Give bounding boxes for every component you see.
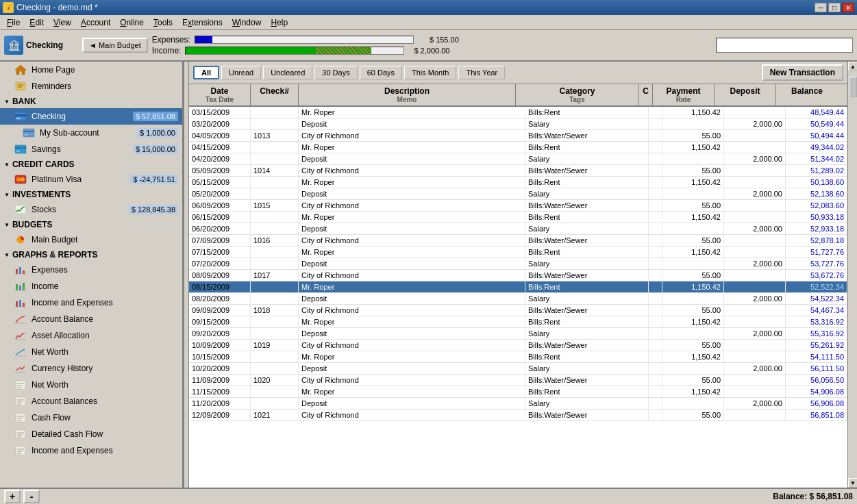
table-row[interactable]: 03/15/2009 Mr. Roper Bills:Rent 1,150.42…	[189, 107, 847, 118]
table-row[interactable]: 11/20/2009 Deposit Salary 2,000.00 56,90…	[189, 398, 847, 410]
table-row[interactable]: 03/20/2009 Deposit Salary 2,000.00 50,54…	[189, 118, 847, 130]
table-row[interactable]: 05/09/2009 1014 City of Richmond Bills:W…	[189, 165, 847, 177]
tab-thisyear[interactable]: This Year	[458, 66, 505, 79]
table-row[interactable]: 09/20/2009 Deposit Salary 2,000.00 55,31…	[189, 328, 847, 340]
menu-account[interactable]: Account	[77, 16, 114, 29]
sidebar-item-mainbudget[interactable]: Main Budget	[0, 231, 182, 248]
scroll-up-arrow[interactable]: ▲	[848, 62, 857, 71]
table-row[interactable]: 12/09/2009 1021 City of Richmond Bills:W…	[189, 410, 847, 421]
sidebar-item-subaccount[interactable]: My Sub-account $ 1,000.00	[0, 125, 182, 141]
sidebar-item-visa[interactable]: Platinum Visa $ -24,751.51	[0, 171, 182, 188]
table-row[interactable]: 07/15/2009 Mr. Roper Bills:Rent 1,150.42…	[189, 247, 847, 258]
tab-thismonth[interactable]: This Month	[404, 66, 456, 79]
table-row[interactable]: 04/09/2009 1013 City of Richmond Bills:W…	[189, 130, 847, 142]
svg-rect-20	[23, 270, 25, 274]
sidebar-item-account-balance[interactable]: Account Balance	[0, 311, 182, 327]
cell-balance: 51,344.02	[786, 153, 847, 164]
sidebar-item-detailed-cashflow[interactable]: Detailed Cash Flow	[0, 426, 182, 442]
new-transaction-button[interactable]: New Transaction	[762, 64, 843, 81]
scroll-thumb[interactable]	[849, 77, 857, 97]
table-row[interactable]: 10/20/2009 Deposit Salary 2,000.00 56,11…	[189, 363, 847, 375]
remove-button[interactable]: -	[23, 490, 40, 503]
search-input[interactable]	[716, 38, 853, 53]
sidebar-item-net-worth-report[interactable]: Net Worth	[0, 377, 182, 393]
svg-rect-27	[19, 300, 21, 307]
menu-edit[interactable]: Edit	[25, 16, 48, 29]
table-row[interactable]: 09/15/2009 Mr. Roper Bills:Rent 1,150.42…	[189, 316, 847, 328]
sidebar-item-net-worth-chart[interactable]: Net Worth	[0, 344, 182, 360]
sidebar-item-income-expenses[interactable]: Income and Expenses	[0, 294, 182, 311]
menu-file[interactable]: File	[3, 16, 24, 29]
table-row[interactable]: 11/09/2009 1020 City of Richmond Bills:W…	[189, 375, 847, 386]
table-row[interactable]: 06/09/2009 1015 City of Richmond Bills:W…	[189, 200, 847, 212]
sidebar-item-expenses[interactable]: Expenses	[0, 262, 182, 278]
cell-deposit	[724, 177, 786, 188]
add-button[interactable]: +	[4, 490, 21, 503]
cell-desc: Mr. Roper	[299, 177, 525, 188]
sidebar-item-savings[interactable]: Savings $ 15,000.00	[0, 141, 182, 158]
table-row[interactable]: 07/20/2009 Deposit Salary 2,000.00 53,72…	[189, 258, 847, 270]
budgets-section-header[interactable]: ▼ BUDGETS	[0, 218, 182, 231]
maximize-button[interactable]: □	[828, 3, 841, 12]
investments-section-header[interactable]: ▼ INVESTMENTS	[0, 188, 182, 201]
table-row[interactable]: 08/09/2009 1017 City of Richmond Bills:W…	[189, 270, 847, 281]
table-row[interactable]: 04/20/2009 Deposit Salary 2,000.00 51,34…	[189, 153, 847, 165]
svg-rect-5	[15, 114, 26, 116]
sidebar-item-stocks[interactable]: Stocks $ 128,845.38	[0, 201, 182, 218]
tab-60days[interactable]: 60 Days	[360, 66, 402, 79]
close-button[interactable]: ✕	[842, 3, 854, 12]
table-row[interactable]: 11/15/2009 Mr. Roper Bills:Rent 1,150.42…	[189, 386, 847, 398]
asset-allocation-label: Asset Allocation	[32, 331, 178, 340]
cell-date: 11/20/2009	[189, 398, 251, 409]
table-row[interactable]: 05/15/2009 Mr. Roper Bills:Rent 1,150.42…	[189, 177, 847, 188]
cell-c	[649, 212, 662, 223]
sidebar-item-income[interactable]: Income	[0, 278, 182, 294]
scroll-down-arrow[interactable]: ▼	[848, 478, 857, 488]
menu-extensions[interactable]: Extensions	[178, 16, 227, 29]
budget-button[interactable]: ◄ Main Budget	[82, 38, 148, 53]
cell-balance: 56,851.08	[786, 410, 847, 420]
table-row[interactable]: 09/09/2009 1018 City of Richmond Bills:W…	[189, 305, 847, 316]
cell-category: Bills:Water/Sewer	[525, 375, 649, 386]
sidebar-item-checking[interactable]: Checking $ 57,851.08	[0, 108, 182, 125]
table-row[interactable]: 05/20/2009 Deposit Salary 2,000.00 52,13…	[189, 188, 847, 200]
sidebar-item-cashflow[interactable]: Cash Flow	[0, 410, 182, 426]
menu-view[interactable]: View	[49, 16, 75, 29]
net-worth-report-icon	[14, 379, 27, 391]
table-row[interactable]: 06/20/2009 Deposit Salary 2,000.00 52,93…	[189, 223, 847, 235]
tab-30days[interactable]: 30 Days	[314, 66, 357, 79]
tab-all[interactable]: All	[193, 66, 219, 79]
creditcards-section-header[interactable]: ▼ CREDIT CARDS	[0, 158, 182, 171]
main-layout: Home Page Reminders ▼ BANK Checking $ 57…	[0, 62, 857, 488]
table-row[interactable]: 07/09/2009 1016 City of Richmond Bills:W…	[189, 235, 847, 247]
table-row[interactable]: 04/15/2009 Mr. Roper Bills:Rent 1,150.42…	[189, 142, 847, 153]
budget-info: Expenses: $ 155.00 Income: $ 2,000.00	[152, 35, 459, 55]
sidebar-item-income-expenses-report[interactable]: Income and Expenses	[0, 442, 182, 459]
menu-online[interactable]: Online	[116, 16, 148, 29]
cell-date: 07/15/2009	[189, 247, 251, 257]
menu-window[interactable]: Window	[228, 16, 266, 29]
menu-tools[interactable]: Tools	[149, 16, 177, 29]
minimize-button[interactable]: ─	[815, 3, 827, 12]
sidebar-item-asset-allocation[interactable]: Asset Allocation	[0, 327, 182, 344]
sidebar-item-homepage[interactable]: Home Page	[0, 62, 182, 78]
titlebar: 💰 Checking - demo.md * ─ □ ✕	[0, 0, 857, 15]
table-row[interactable]: 10/09/2009 1019 City of Richmond Bills:W…	[189, 340, 847, 351]
menu-help[interactable]: Help	[266, 16, 292, 29]
graphs-section-header[interactable]: ▼ GRAPHS & REPORTS	[0, 248, 182, 262]
bank-section-header[interactable]: ▼ BANK	[0, 94, 182, 108]
table-row[interactable]: 08/15/2009 Mr. Roper Bills:Rent 1,150.42…	[189, 281, 847, 293]
table-row[interactable]: 06/15/2009 Mr. Roper Bills:Rent 1,150.42…	[189, 212, 847, 223]
sidebar-item-reminders[interactable]: Reminders	[0, 78, 182, 94]
sidebar-resize-handle[interactable]	[184, 62, 189, 488]
table-row[interactable]: 10/15/2009 Mr. Roper Bills:Rent 1,150.42…	[189, 351, 847, 363]
graphs-triangle: ▼	[4, 252, 10, 258]
table-row[interactable]: 08/20/2009 Deposit Salary 2,000.00 54,52…	[189, 293, 847, 305]
cell-category: Bills:Water/Sewer	[525, 270, 649, 281]
tab-uncleared[interactable]: Uncleared	[263, 66, 312, 79]
sidebar-item-currency-history[interactable]: Currency History	[0, 360, 182, 377]
account-icon: 🏦	[4, 36, 23, 55]
table-scrollbar[interactable]: ▲ ▼	[847, 62, 857, 488]
sidebar-item-account-balances[interactable]: Account Balances	[0, 393, 182, 410]
tab-unread[interactable]: Unread	[221, 66, 261, 79]
